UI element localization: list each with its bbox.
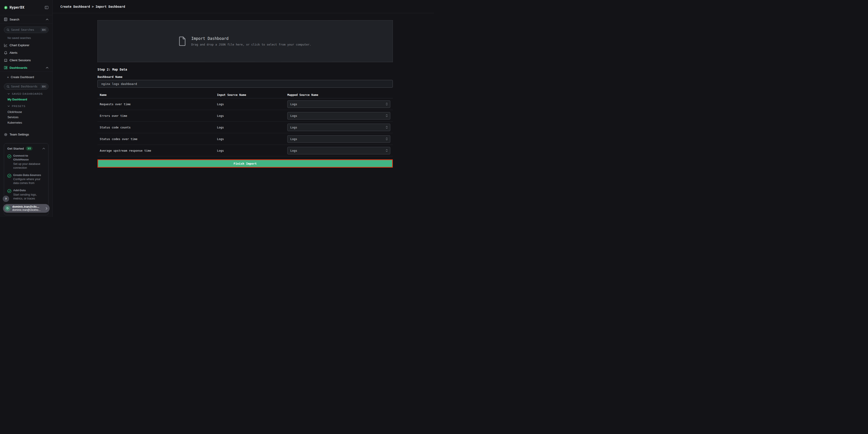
sidebar-item-dashboards[interactable]: Dashboards <box>0 64 52 71</box>
chart-line-icon <box>4 43 7 47</box>
get-started-item-connect[interactable]: Connect to ClickHouse Set up your databa… <box>7 154 45 170</box>
saved-dashboards-group-header[interactable]: SAVED DASHBOARDS <box>7 92 43 95</box>
sidebar-item-label: Dashboards <box>9 66 27 69</box>
get-started-item-desc: Configure where your data comes from <box>13 177 45 185</box>
chart-name-cell: Requests over time <box>97 102 217 106</box>
check-circle-icon <box>7 173 13 185</box>
get-started-item-add-data[interactable]: Add Data Start sending logs, metrics, or… <box>7 189 45 200</box>
mapped-source-select[interactable]: Logs <box>287 112 390 120</box>
table-row: Requests over time Logs Logs <box>97 98 393 110</box>
panel-collapse-icon <box>44 6 49 9</box>
user-menu[interactable]: D dominic.tran@clic... dominic.tran@clic… <box>3 204 50 213</box>
saved-searches-searchbox[interactable]: ⌘K <box>4 27 49 33</box>
column-header-name: Name <box>97 93 217 97</box>
get-started-item-title: Create Data Sources <box>13 173 45 177</box>
chart-name-cell: Errors over time <box>97 114 217 118</box>
dashboard-link-my-dashboard[interactable]: My Dashboard <box>7 98 27 101</box>
finish-import-button[interactable]: Finish Import <box>97 159 393 167</box>
sidebar: HyperDX Search <box>0 0 53 217</box>
select-value: Logs <box>290 137 386 141</box>
table-header-row: Name Input Source Name Mapped Source Nam… <box>97 92 393 98</box>
sidebar-section-search[interactable]: Search <box>0 15 52 24</box>
check-circle-icon <box>7 154 13 170</box>
table-row: Average upstream response time Logs Logs <box>97 145 393 156</box>
create-dashboard-button[interactable]: + Create Dashboard <box>0 73 52 81</box>
journal-icon <box>4 18 7 21</box>
import-dashboard-dropzone[interactable]: Import Dashboard Drag and drop a JSON fi… <box>97 20 393 62</box>
avatar: D <box>5 206 10 211</box>
sidebar-item-alerts[interactable]: Alerts <box>0 49 52 57</box>
sidebar-item-label: Chart Explorer <box>9 43 29 47</box>
dashboard-name-input[interactable] <box>97 80 393 88</box>
shortcut-badge: ⌘K <box>40 85 47 89</box>
app-root: HyperDX Search <box>0 0 434 217</box>
app-title: HyperDX <box>9 5 24 9</box>
table-row: Status codes over time Logs Logs <box>97 133 393 145</box>
preset-link-clickhouse[interactable]: ClickHouse <box>7 111 22 114</box>
input-source-cell: Logs <box>217 102 287 106</box>
dashboard-name-label: Dashboard Name <box>97 75 123 79</box>
get-started-header[interactable]: Get Started 3/3 <box>7 147 45 151</box>
get-started-item-desc: Start sending logs, metrics, or traces <box>13 193 45 200</box>
get-started-title: Get Started <box>7 147 24 150</box>
search-icon <box>7 85 9 88</box>
preset-link-kubernetes[interactable]: Kubernetes <box>7 121 22 124</box>
shortcut-badge: ⌘K <box>40 28 47 32</box>
mapped-source-select[interactable]: Logs <box>287 124 390 131</box>
bell-icon <box>4 51 7 55</box>
dropzone-title: Import Dashboard <box>191 36 311 41</box>
sidebar-item-client-sessions[interactable]: Client Sessions <box>0 57 52 64</box>
hyperdx-logo-icon <box>4 6 8 9</box>
input-source-cell: Logs <box>217 137 287 141</box>
gear-icon <box>4 133 7 136</box>
saved-searches-input[interactable] <box>11 28 40 31</box>
saved-dashboards-input[interactable] <box>11 85 40 88</box>
help-button[interactable]: ? <box>3 195 9 202</box>
layout-grid-icon <box>4 66 7 69</box>
chart-name-cell: Average upstream response time <box>97 149 217 152</box>
get-started-item-title: Connect to ClickHouse <box>13 154 33 162</box>
no-saved-searches-text: No saved searches <box>7 36 31 40</box>
search-icon <box>7 28 9 31</box>
get-started-item-title: Add Data <box>13 189 45 192</box>
column-header-mapped-source: Mapped Source Name <box>287 93 393 97</box>
main-content: Create Dashboard > Import Dashboard Impo… <box>53 0 434 217</box>
preset-link-services[interactable]: Services <box>7 116 19 119</box>
user-email: dominic.tran@clickho... <box>12 208 44 212</box>
column-header-input-source: Input Source Name <box>217 93 287 97</box>
presets-group-header[interactable]: PRESETS <box>7 105 26 107</box>
dropzone-subtitle: Drag and drop a JSON file here, or click… <box>191 43 311 46</box>
input-source-cell: Logs <box>217 126 287 129</box>
sidebar-section-search-label: Search <box>9 18 19 21</box>
laptop-icon <box>4 59 7 62</box>
mapped-source-select[interactable]: Logs <box>287 100 390 108</box>
saved-dashboards-searchbox[interactable]: ⌘K <box>4 83 49 90</box>
mapped-source-select[interactable]: Logs <box>287 135 390 143</box>
table-row: Status code counts Logs Logs <box>97 122 393 133</box>
get-started-progress-badge: 3/3 <box>26 147 33 151</box>
select-value: Logs <box>290 114 386 118</box>
breadcrumb: Create Dashboard > Import Dashboard <box>60 5 125 8</box>
sidebar-item-label: Client Sessions <box>9 59 31 62</box>
chevron-up-icon <box>46 19 49 20</box>
group-label: PRESETS <box>12 105 26 107</box>
sidebar-item-team-settings[interactable]: Team Settings <box>0 131 52 138</box>
sidebar-item-chart-explorer[interactable]: Chart Explorer <box>0 41 52 49</box>
get-started-item-sources[interactable]: Create Data Sources Configure where your… <box>7 173 45 185</box>
select-chevrons-icon <box>386 149 388 152</box>
input-source-cell: Logs <box>217 114 287 118</box>
chevron-down-icon <box>7 93 10 94</box>
chevron-up-icon <box>42 148 45 149</box>
select-value: Logs <box>290 102 386 106</box>
mapped-source-select[interactable]: Logs <box>287 147 390 154</box>
user-display-name: dominic.tran@clic... <box>12 205 44 208</box>
select-chevrons-icon <box>386 103 388 105</box>
file-icon <box>179 36 186 46</box>
chevron-right-icon <box>45 207 48 210</box>
logo-row: HyperDX <box>0 0 52 15</box>
sidebar-collapse-button[interactable] <box>44 6 49 9</box>
chevron-up-icon <box>46 67 49 68</box>
step-label: Step 2: Map Data <box>97 68 127 71</box>
select-value: Logs <box>290 149 386 152</box>
chart-name-cell: Status code counts <box>97 126 217 129</box>
